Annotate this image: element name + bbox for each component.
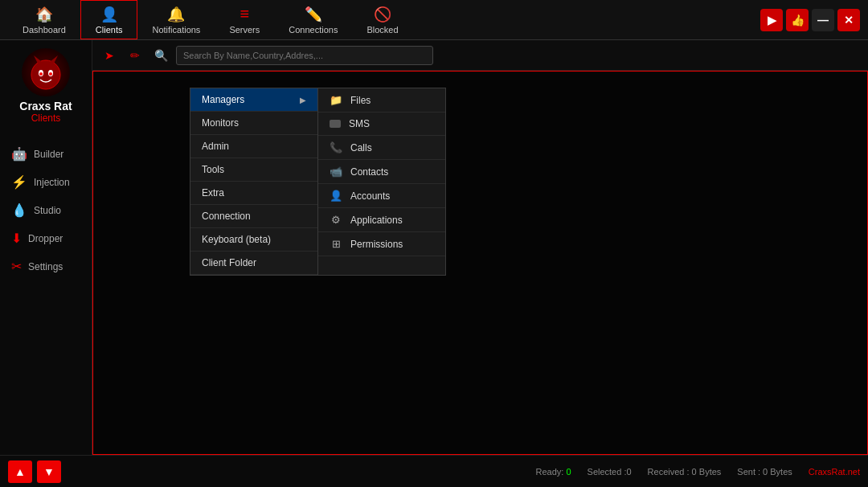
menu-admin[interactable]: Admin xyxy=(190,135,317,158)
managers-arrow: ▶ xyxy=(300,96,306,104)
clients-icon: 👤 xyxy=(100,6,118,23)
calls-icon: 📞 xyxy=(330,141,342,153)
logo-area: Craxs Rat Clients xyxy=(19,48,72,124)
status-ready: Ready: 0 xyxy=(536,467,571,477)
search-button[interactable]: 🔍 xyxy=(150,45,171,66)
permissions-icon: ⊞ xyxy=(330,238,342,250)
nav-clients[interactable]: 👤 Clients xyxy=(80,0,138,39)
toolbar: ➤ ✏ 🔍 xyxy=(92,40,868,71)
context-menu: Managers ▶ Monitors Admin Tools Extra Co… xyxy=(190,88,318,276)
sidebar-builder-label: Builder xyxy=(34,149,63,160)
scroll-down-button[interactable]: ▼ xyxy=(37,460,61,483)
edit-button[interactable]: ✏ xyxy=(125,45,145,66)
svg-marker-7 xyxy=(50,55,58,63)
close-button[interactable]: ✕ xyxy=(837,9,860,31)
menu-managers[interactable]: Managers ▶ xyxy=(190,88,317,112)
status-bar: Ready: 0 Selected :0 Received : 0 Bytes … xyxy=(536,467,861,477)
submenu: 📁 Files SMS 📞 Calls 📹 Contacts 👤 Account… xyxy=(317,88,446,276)
servers-icon: ≡ xyxy=(240,5,249,23)
sidebar-injection-label: Injection xyxy=(34,177,70,188)
nav-notifications[interactable]: 🔔 Notifications xyxy=(137,0,215,39)
nav-servers[interactable]: ≡ Servers xyxy=(215,0,274,39)
notifications-icon: 🔔 xyxy=(167,6,185,23)
search-input[interactable] xyxy=(176,46,433,65)
submenu-files-label: Files xyxy=(350,95,371,106)
nav-blocked-label: Blocked xyxy=(366,25,398,35)
submenu-contacts-label: Contacts xyxy=(350,166,388,178)
menu-tools[interactable]: Tools xyxy=(190,158,317,182)
settings-icon: ✂ xyxy=(11,259,22,274)
scroll-up-button[interactable]: ▲ xyxy=(8,460,32,483)
menu-tools-label: Tools xyxy=(202,164,224,175)
contacts-icon: 📹 xyxy=(330,166,342,178)
sidebar-item-injection[interactable]: ⚡ Injection xyxy=(0,168,92,196)
submenu-applications-label: Applications xyxy=(350,215,403,226)
submenu-accounts[interactable]: 👤 Accounts xyxy=(318,184,445,208)
menu-keyboard-label: Keyboard (beta) xyxy=(202,234,271,245)
submenu-files[interactable]: 📁 Files xyxy=(318,88,445,113)
submenu-applications[interactable]: ⚙ Applications xyxy=(318,208,445,232)
submenu-sms[interactable]: SMS xyxy=(318,113,445,136)
submenu-sms-label: SMS xyxy=(349,118,370,129)
app-logo xyxy=(22,48,70,96)
play-button[interactable]: ▶ xyxy=(760,9,783,31)
nav-dashboard-label: Dashboard xyxy=(23,25,66,35)
window-controls: ▶ 👍 — ✕ xyxy=(760,9,860,31)
brand-label: CraxsRat.net xyxy=(809,467,860,477)
status-selected: Selected :0 xyxy=(588,467,632,477)
sidebar-item-builder[interactable]: 🤖 Builder xyxy=(0,140,92,168)
sidebar-item-studio[interactable]: 💧 Studio xyxy=(0,196,92,224)
builder-icon: 🤖 xyxy=(11,146,27,162)
nav-connections[interactable]: ✏️ Connections xyxy=(274,0,352,39)
status-received: Received : 0 Bytes xyxy=(648,467,722,477)
menu-client-folder-label: Client Folder xyxy=(202,257,256,268)
send-button[interactable]: ➤ xyxy=(99,45,120,66)
sidebar: Craxs Rat Clients 🤖 Builder ⚡ Injection … xyxy=(0,40,92,455)
menu-connection-label: Connection xyxy=(202,211,251,222)
svg-marker-6 xyxy=(34,55,42,63)
nav-notifications-label: Notifications xyxy=(152,25,200,35)
svg-point-5 xyxy=(49,72,52,76)
svg-point-4 xyxy=(39,72,43,76)
down-arrow-icon: ▼ xyxy=(43,465,55,478)
sidebar-item-settings[interactable]: ✂ Settings xyxy=(0,252,92,280)
nav-blocked[interactable]: 🚫 Blocked xyxy=(352,0,412,39)
submenu-calls-label: Calls xyxy=(350,142,372,153)
studio-icon: 💧 xyxy=(11,203,27,218)
sidebar-studio-label: Studio xyxy=(34,205,61,216)
sidebar-item-dropper[interactable]: ⬇ Dropper xyxy=(0,224,92,252)
dropper-icon: ⬇ xyxy=(11,231,22,246)
menu-admin-label: Admin xyxy=(202,141,229,152)
blocked-icon: 🚫 xyxy=(374,6,391,23)
nav-connections-label: Connections xyxy=(289,25,338,35)
up-arrow-icon: ▲ xyxy=(14,465,26,478)
status-sent: Sent : 0 Bytes xyxy=(737,467,792,477)
submenu-permissions[interactable]: ⊞ Permissions xyxy=(318,232,445,256)
menu-managers-label: Managers xyxy=(202,94,244,105)
nav-arrows: ▲ ▼ xyxy=(8,460,61,483)
sidebar-settings-label: Settings xyxy=(28,261,63,272)
minimize-button[interactable]: — xyxy=(812,9,834,31)
nav-clients-label: Clients xyxy=(96,25,123,35)
menu-keyboard[interactable]: Keyboard (beta) xyxy=(190,228,317,252)
applications-icon: ⚙ xyxy=(330,214,342,226)
submenu-contacts[interactable]: 📹 Contacts xyxy=(318,160,445,184)
sms-icon xyxy=(330,120,341,128)
dashboard-icon: 🏠 xyxy=(35,6,53,23)
bottom-bar: ▲ ▼ Ready: 0 Selected :0 Received : 0 By… xyxy=(0,455,868,487)
menu-extra-label: Extra xyxy=(202,187,224,198)
app-name: Craxs Rat xyxy=(19,100,72,113)
submenu-accounts-label: Accounts xyxy=(350,190,390,202)
app-subtitle: Clients xyxy=(31,113,61,124)
top-nav: 🏠 Dashboard 👤 Clients 🔔 Notifications ≡ … xyxy=(0,0,868,40)
like-button[interactable]: 👍 xyxy=(786,9,809,31)
main-content: Managers ▶ Monitors Admin Tools Extra Co… xyxy=(92,71,868,455)
devil-logo-svg xyxy=(26,52,66,92)
menu-client-folder[interactable]: Client Folder xyxy=(190,252,317,275)
menu-extra[interactable]: Extra xyxy=(190,182,317,205)
nav-dashboard[interactable]: 🏠 Dashboard xyxy=(8,0,80,39)
menu-monitors[interactable]: Monitors xyxy=(190,112,317,135)
accounts-icon: 👤 xyxy=(330,190,342,202)
submenu-calls[interactable]: 📞 Calls xyxy=(318,136,445,160)
menu-connection[interactable]: Connection xyxy=(190,205,317,228)
